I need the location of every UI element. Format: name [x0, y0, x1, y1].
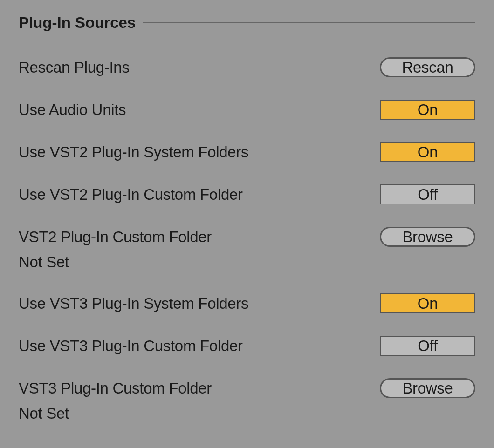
vst3-custom-row: Use VST3 Plug-In Custom Folder Off	[19, 336, 475, 356]
vst2-system-toggle[interactable]: On	[380, 142, 475, 162]
vst2-folder-browse-button[interactable]: Browse	[380, 227, 475, 247]
vst2-custom-label: Use VST2 Plug-In Custom Folder	[19, 186, 243, 204]
vst3-system-toggle[interactable]: On	[380, 293, 475, 313]
vst3-folder-path: Not Set	[19, 405, 475, 422]
vst3-system-row: Use VST3 Plug-In System Folders On	[19, 293, 475, 313]
section-header: Plug-In Sources	[19, 14, 475, 32]
section-title: Plug-In Sources	[19, 14, 136, 32]
vst2-folder-path: Not Set	[19, 253, 475, 271]
vst2-system-label: Use VST2 Plug-In System Folders	[19, 143, 248, 161]
vst3-folder-row: VST3 Plug-In Custom Folder Browse Not Se…	[19, 378, 475, 422]
vst3-folder-label: VST3 Plug-In Custom Folder	[19, 380, 212, 397]
audio-units-row: Use Audio Units On	[19, 100, 475, 120]
vst3-custom-label: Use VST3 Plug-In Custom Folder	[19, 337, 243, 355]
vst3-custom-toggle[interactable]: Off	[380, 336, 475, 356]
rescan-button[interactable]: Rescan	[380, 57, 475, 77]
vst2-custom-toggle[interactable]: Off	[380, 184, 475, 204]
audio-units-toggle[interactable]: On	[380, 100, 475, 120]
vst2-custom-row: Use VST2 Plug-In Custom Folder Off	[19, 184, 475, 204]
vst2-system-row: Use VST2 Plug-In System Folders On	[19, 142, 475, 162]
vst2-folder-label: VST2 Plug-In Custom Folder	[19, 228, 212, 246]
vst3-system-label: Use VST3 Plug-In System Folders	[19, 295, 248, 312]
vst3-folder-browse-button[interactable]: Browse	[380, 378, 475, 398]
vst2-folder-row: VST2 Plug-In Custom Folder Browse Not Se…	[19, 227, 475, 271]
rescan-label: Rescan Plug-Ins	[19, 59, 130, 76]
rescan-row: Rescan Plug-Ins Rescan	[19, 57, 475, 77]
audio-units-label: Use Audio Units	[19, 101, 126, 119]
section-divider	[143, 22, 475, 23]
